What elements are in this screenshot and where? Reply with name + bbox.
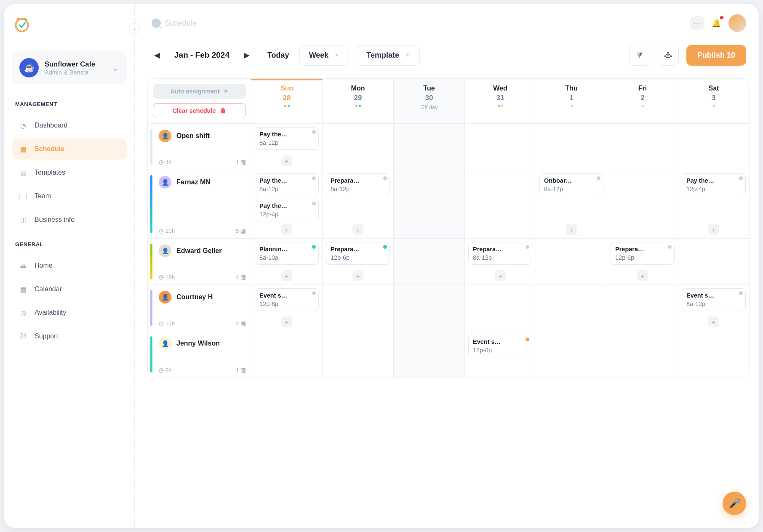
collapse-sidebar-button[interactable]: ‹ (129, 23, 140, 34)
tools-button[interactable]: 🕹 (658, 45, 679, 66)
schedule-cell[interactable] (536, 239, 607, 285)
schedule-cell[interactable] (607, 285, 678, 331)
add-shift-button[interactable]: + (708, 317, 719, 327)
schedule-cell[interactable] (394, 124, 465, 170)
schedule-cell[interactable] (607, 331, 678, 378)
day-header[interactable]: Sun28 (251, 79, 323, 123)
shift-card[interactable]: Pay the…12p-4p (255, 199, 319, 221)
schedule-cell[interactable]: Event s…8a-12p+ (678, 285, 749, 331)
schedule-cell[interactable] (465, 285, 536, 331)
business-selector[interactable]: ☕ Sunflower Cafe Admin & Barista ⌄ (12, 51, 127, 84)
schedule-cell[interactable] (678, 239, 749, 285)
shift-status-dot (526, 338, 529, 341)
clear-schedule-button[interactable]: Clear schedule 🗑 (153, 103, 246, 118)
schedule-cell[interactable]: Pay the…8a-12pPay the…12p-4p+ (251, 170, 323, 238)
schedule-cell[interactable]: Event s…12p-8p+ (251, 285, 323, 331)
day-header[interactable]: Mon29 (323, 79, 394, 123)
view-select[interactable]: Week ▼ (299, 45, 349, 66)
nav-home[interactable]: ⛰ Home (12, 255, 127, 276)
nav-team[interactable]: ⋮⋮ Team (12, 186, 127, 207)
row-summary: ◷ 8h1 ▦ (159, 362, 246, 373)
voice-fab[interactable]: 🎤 (723, 492, 746, 515)
shift-card[interactable]: Event s…8a-12p (682, 288, 746, 311)
add-shift-button[interactable]: + (352, 224, 363, 235)
schedule-cell[interactable] (394, 285, 465, 331)
nav-business-info[interactable]: ◫ Business info (12, 209, 127, 230)
day-header[interactable]: Wed31 (465, 79, 536, 123)
add-shift-button[interactable]: + (281, 155, 292, 166)
shift-card[interactable]: Onboar…8a-12p (539, 173, 603, 196)
messages-button[interactable]: ⋯ (690, 16, 704, 30)
day-header[interactable]: Tue30Off day (394, 79, 465, 123)
schedule-cell[interactable] (607, 124, 678, 170)
schedule-cell[interactable] (394, 239, 465, 285)
schedule-cell[interactable] (465, 124, 536, 170)
nav-schedule[interactable]: ▦ Schedule (12, 138, 127, 160)
day-header[interactable]: Thu1 (536, 79, 607, 123)
shift-time: 8a-12p (259, 186, 314, 192)
schedule-cell[interactable]: Prepara…12p-6p+ (323, 239, 394, 285)
search[interactable]: Schedule (152, 19, 684, 28)
prev-week-button[interactable]: ◀ (152, 49, 163, 61)
schedule-cell[interactable]: Prepara…8a-12p+ (465, 239, 536, 285)
add-shift-button[interactable]: + (281, 224, 292, 235)
add-shift-button[interactable]: + (566, 224, 577, 235)
schedule-cell[interactable]: Event s…12p-8p (465, 331, 536, 378)
schedule-cell[interactable]: Plannin…8a-10a+ (251, 239, 323, 285)
auto-assignment-button[interactable]: Auto assignment ✧ (153, 84, 246, 99)
schedule-cell[interactable]: Onboar…8a-12p+ (536, 170, 607, 238)
nav-availability[interactable]: ◷ Availability (12, 302, 127, 323)
template-select[interactable]: Template ▼ (357, 45, 420, 66)
schedule-cell[interactable] (536, 285, 607, 331)
schedule-cell[interactable] (394, 331, 465, 378)
schedule-cell[interactable] (607, 170, 678, 238)
today-button[interactable]: Today (267, 51, 289, 60)
schedule-cell[interactable] (536, 124, 607, 170)
add-shift-button[interactable]: + (637, 270, 648, 281)
hours-total: ◷ 18h (159, 274, 175, 280)
schedule-cell[interactable] (536, 331, 607, 378)
shift-card[interactable]: Pay the…8a-12p (255, 173, 319, 196)
schedule-cell[interactable] (678, 124, 749, 170)
shift-card[interactable]: Plannin…8a-10a (255, 242, 319, 265)
nav-templates[interactable]: ▤ Templates (12, 162, 127, 183)
off-day-label: Off day (395, 104, 463, 110)
next-week-button[interactable]: ▶ (241, 49, 252, 61)
shift-card[interactable]: Event s…12p-8p (255, 288, 319, 311)
schedule-cell[interactable] (678, 331, 749, 378)
filter-button[interactable]: ⧩ (629, 45, 650, 66)
schedule-cell[interactable]: Pay the…8a-12p+ (251, 124, 323, 170)
schedule-cell[interactable] (465, 170, 536, 238)
calendar-alt-icon: ▦ (19, 285, 28, 294)
schedule-cell[interactable]: Prepara…8a-12p+ (323, 170, 394, 238)
user-avatar[interactable] (728, 14, 746, 32)
schedule-cell[interactable]: Pay the…12p-4p+ (678, 170, 749, 238)
grid-row: 👤Edward Geller◷ 18h4 ▦Plannin…8a-10a+Pre… (148, 239, 749, 285)
schedule-cell[interactable] (394, 170, 465, 238)
shift-status-dot (312, 291, 316, 295)
nav-calendar[interactable]: ▦ Calendar (12, 279, 127, 300)
shift-card[interactable]: Event s…12p-8p (468, 335, 532, 357)
shift-card[interactable]: Prepara…8a-12p (468, 242, 532, 265)
add-shift-button[interactable]: + (708, 224, 719, 235)
day-header[interactable]: Sat3 (678, 79, 749, 123)
shift-card[interactable]: Prepara…8a-12p (326, 173, 390, 196)
nav-dashboard[interactable]: ◔ Dashboard (12, 115, 127, 136)
shift-card[interactable]: Prepara…12p-6p (611, 242, 675, 265)
schedule-cell[interactable] (251, 331, 323, 378)
nav-support[interactable]: 24 Support (12, 326, 127, 347)
schedule-cell[interactable]: Prepara…12p-6p+ (607, 239, 678, 285)
schedule-cell[interactable] (323, 331, 394, 378)
notifications-button[interactable]: 🔔 (710, 17, 723, 29)
shift-card[interactable]: Pay the…8a-12p (255, 127, 319, 150)
add-shift-button[interactable]: + (281, 270, 292, 281)
add-shift-button[interactable]: + (352, 270, 363, 281)
schedule-cell[interactable] (323, 124, 394, 170)
shift-card[interactable]: Prepara…12p-6p (326, 242, 390, 265)
shift-card[interactable]: Pay the…12p-4p (682, 173, 746, 196)
schedule-cell[interactable] (323, 285, 394, 331)
publish-button[interactable]: Publish 10 (686, 45, 746, 66)
add-shift-button[interactable]: + (495, 270, 506, 281)
add-shift-button[interactable]: + (281, 317, 292, 327)
day-header[interactable]: Fri2 (607, 79, 678, 123)
